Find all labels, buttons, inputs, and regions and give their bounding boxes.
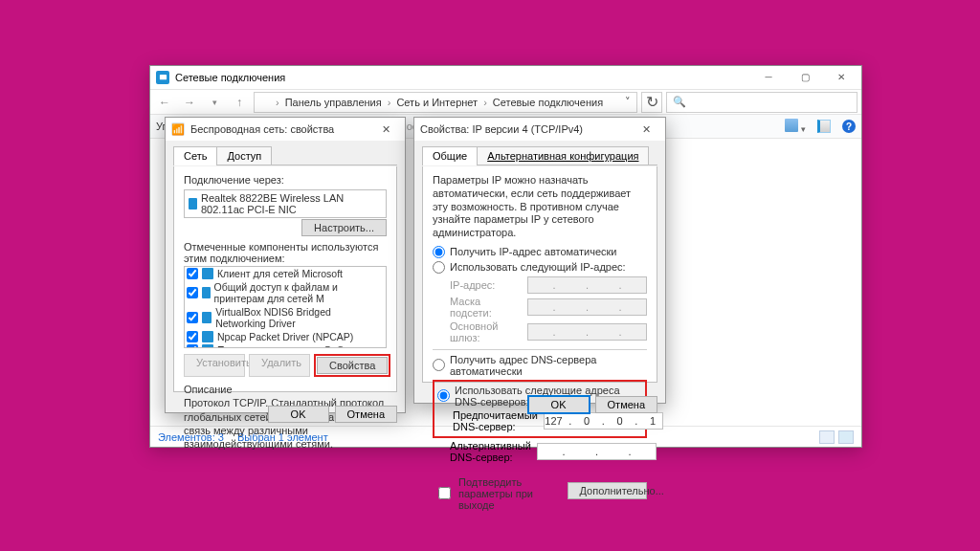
- breadcrumb[interactable]: › Панель управления › Сеть и Интернет › …: [254, 92, 637, 113]
- search-input[interactable]: 🔍: [666, 92, 858, 113]
- ok-button[interactable]: OK: [268, 406, 329, 423]
- protocol-icon: [202, 331, 213, 342]
- ip-address-input: ...: [527, 276, 647, 294]
- address-bar: ← → ▾ ↑ › Панель управления › Сеть и Инт…: [150, 89, 861, 114]
- cancel-button[interactable]: Отмена: [335, 406, 397, 423]
- ip-manual-radio[interactable]: [433, 261, 445, 274]
- adapter-name-box: Realtek 8822BE Wireless LAN 802.11ac PCI…: [184, 189, 387, 218]
- tab-alternate[interactable]: Альтернативная конфигурация: [477, 146, 649, 165]
- validate-label: Подтвердить параметры при выходе: [458, 476, 568, 511]
- preferred-dns-input[interactable]: 127. 0. 0. 1: [544, 412, 663, 430]
- component-row[interactable]: Общий доступ к файлам и принтерам для се…: [185, 280, 386, 305]
- component-name: Npcap Packet Driver (NPCAP): [217, 331, 353, 342]
- view-layout-menu[interactable]: [785, 119, 806, 134]
- breadcrumb-dropdown-icon[interactable]: ˅: [625, 96, 631, 108]
- nav-history-icon[interactable]: ▾: [204, 92, 225, 113]
- layout-icon: [785, 119, 798, 132]
- network-icon: [156, 71, 169, 84]
- preferred-dns-label: Предпочитаемый DNS-сервер:: [453, 409, 538, 432]
- tab-general[interactable]: Общие: [422, 146, 478, 165]
- alternate-dns-label: Альтернативный DNS-сервер:: [450, 440, 531, 463]
- components-label: Отмеченные компоненты используются этим …: [184, 241, 387, 264]
- dns-manual-radio[interactable]: [437, 389, 450, 402]
- protocol-icon: [202, 287, 211, 298]
- component-checkbox[interactable]: [187, 287, 198, 298]
- connect-via-label: Подключение через:: [184, 174, 387, 186]
- intro-text: Параметры IP можно назначать автоматичес…: [433, 174, 647, 240]
- details-view-icon[interactable]: [819, 430, 835, 444]
- search-icon: 🔍: [673, 96, 686, 108]
- configure-button[interactable]: Настроить...: [301, 219, 387, 236]
- adapter-name: Realtek 8822BE Wireless LAN 802.11ac PCI…: [201, 192, 382, 215]
- nav-up-icon[interactable]: ↑: [229, 92, 250, 113]
- control-panel-icon: [258, 97, 270, 108]
- breadcrumb-item[interactable]: Сеть и Интернет: [396, 97, 478, 108]
- dialog-title: Беспроводная сеть: свойства: [190, 123, 334, 135]
- dialog-titlebar[interactable]: 📶 Беспроводная сеть: свойства ✕: [166, 118, 405, 141]
- cancel-button[interactable]: Отмена: [595, 396, 657, 413]
- nav-forward-icon[interactable]: →: [179, 92, 200, 113]
- close-icon[interactable]: ✕: [372, 123, 399, 136]
- component-checkbox[interactable]: [187, 312, 198, 323]
- maximize-button[interactable]: ▢: [787, 66, 823, 87]
- subnet-input: ...: [527, 298, 647, 316]
- window-title: Сетевые подключения: [175, 72, 750, 83]
- protocol-icon: [202, 344, 213, 348]
- minimize-button[interactable]: ─: [750, 66, 787, 87]
- wifi-icon: 📶: [171, 122, 185, 136]
- dns-auto-radio[interactable]: [433, 359, 445, 371]
- breadcrumb-item[interactable]: Панель управления: [285, 97, 382, 108]
- dialog-title: Свойства: IP версии 4 (TCP/IPv4): [420, 123, 583, 135]
- svg-rect-0: [159, 74, 166, 78]
- wireless-properties-dialog: 📶 Беспроводная сеть: свойства ✕ Сеть Дос…: [165, 117, 406, 413]
- ok-button[interactable]: OK: [528, 396, 590, 413]
- ip-auto-label: Получить IP-адрес автоматически: [450, 246, 616, 257]
- ip-address-label: IP-адрес:: [450, 279, 522, 291]
- close-button[interactable]: ✕: [823, 66, 859, 87]
- close-icon[interactable]: ✕: [633, 123, 659, 136]
- gateway-input: ...: [527, 323, 647, 341]
- component-row[interactable]: VirtualBox NDIS6 Bridged Networking Driv…: [185, 305, 386, 330]
- tcpip-properties-dialog: Свойства: IP версии 4 (TCP/IPv4) ✕ Общие…: [413, 117, 666, 404]
- properties-button[interactable]: Свойства: [317, 357, 388, 374]
- component-checkbox[interactable]: [187, 268, 198, 279]
- install-button[interactable]: Установить...: [184, 354, 245, 377]
- breadcrumb-item[interactable]: Сетевые подключения: [493, 97, 603, 108]
- protocol-icon: [202, 312, 212, 323]
- dns-auto-label: Получить адрес DNS-сервера автоматически: [450, 354, 647, 377]
- tiles-view-icon[interactable]: [838, 430, 854, 444]
- description-label: Описание: [184, 383, 387, 396]
- adapter-icon: [189, 198, 197, 209]
- components-list[interactable]: Клиент для сетей MicrosoftОбщий доступ к…: [184, 266, 387, 348]
- component-row[interactable]: Npcap Packet Driver (NPCAP): [185, 330, 386, 343]
- tab-access[interactable]: Доступ: [216, 146, 272, 165]
- refresh-button[interactable]: ↻: [641, 92, 662, 113]
- ip-auto-radio[interactable]: [433, 246, 445, 258]
- ip-manual-label: Использовать следующий IP-адрес:: [450, 261, 626, 273]
- tab-network[interactable]: Сеть: [173, 146, 217, 165]
- alternate-dns-input[interactable]: ...: [537, 443, 657, 460]
- component-name: Планировщик пакетов QoS: [217, 344, 344, 348]
- component-name: Клиент для сетей Microsoft: [217, 268, 343, 279]
- preview-pane-icon[interactable]: [817, 120, 831, 133]
- protocol-icon: [202, 268, 213, 279]
- component-name: Общий доступ к файлам и принтерам для се…: [214, 281, 384, 304]
- component-name: VirtualBox NDIS6 Bridged Networking Driv…: [215, 306, 384, 329]
- validate-checkbox[interactable]: [438, 487, 451, 499]
- component-checkbox[interactable]: [187, 331, 198, 342]
- component-checkbox[interactable]: [187, 344, 198, 348]
- advanced-button[interactable]: Дополнительно...: [568, 482, 647, 499]
- subnet-label: Маска подсети:: [450, 296, 522, 319]
- help-icon[interactable]: ?: [842, 120, 856, 133]
- titlebar[interactable]: Сетевые подключения ─ ▢ ✕: [150, 66, 861, 89]
- component-row[interactable]: Планировщик пакетов QoS: [185, 343, 386, 348]
- validate-checkbox-row[interactable]: Подтвердить параметры при выходе: [434, 476, 568, 511]
- component-row[interactable]: Клиент для сетей Microsoft: [185, 267, 386, 280]
- gateway-label: Основной шлюз:: [450, 320, 522, 343]
- nav-back-icon[interactable]: ←: [154, 92, 175, 113]
- remove-button[interactable]: Удалить: [249, 354, 310, 377]
- dialog-titlebar[interactable]: Свойства: IP версии 4 (TCP/IPv4) ✕: [414, 118, 665, 141]
